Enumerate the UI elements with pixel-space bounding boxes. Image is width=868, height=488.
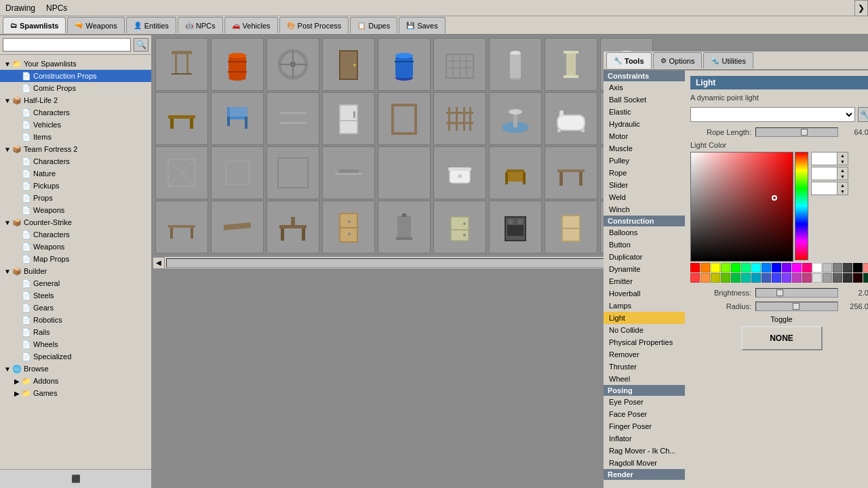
constraint-winch[interactable]: Winch <box>604 203 685 216</box>
color-swatch[interactable] <box>701 273 710 283</box>
color-swatch[interactable] <box>843 273 852 283</box>
sprite-wire-fence2[interactable] <box>211 146 264 199</box>
sprite-sink[interactable] <box>433 146 486 199</box>
color-swatch[interactable] <box>823 273 832 283</box>
tab-saves[interactable]: 💾 Saves <box>399 17 446 33</box>
menu-drawing[interactable]: Drawing <box>5 3 35 13</box>
constraint-balloons[interactable]: Balloons <box>604 226 685 239</box>
g-up-button[interactable]: ▲ <box>837 167 848 174</box>
tree-item-b-gears[interactable]: 📄 Gears <box>0 302 151 314</box>
sprite-door[interactable] <box>322 38 375 91</box>
constraint-wheel[interactable]: Wheel <box>604 373 685 385</box>
sprite-cabinet2[interactable] <box>433 201 486 253</box>
b-spinbox[interactable]: 255 ▲ ▼ <box>811 182 848 195</box>
sprite-table2[interactable] <box>155 201 208 253</box>
constraint-rope[interactable]: Rope <box>604 167 685 179</box>
posing-face[interactable]: Face Poser <box>604 408 685 420</box>
constraint-elastic[interactable]: Elastic <box>604 106 685 118</box>
light-preset-dropdown[interactable] <box>690 107 855 122</box>
tree-item-tf2-pickups[interactable]: 📄 Pickups <box>0 180 151 192</box>
color-swatch[interactable] <box>701 263 710 272</box>
toggle-builder[interactable]: ▼ <box>3 268 12 275</box>
r-input[interactable]: 255 <box>812 152 837 165</box>
color-swatch[interactable] <box>863 273 868 283</box>
tree-item-b-steels[interactable]: 📄 Steels <box>0 289 151 302</box>
constraint-physprops[interactable]: Physical Properties <box>604 336 685 348</box>
scroll-left[interactable]: ◀ <box>153 257 165 269</box>
color-swatch[interactable] <box>731 263 741 272</box>
tab-dupes[interactable]: 📋 Dupes <box>350 17 397 33</box>
sprite-wire-fence3[interactable] <box>267 146 319 199</box>
color-swatch[interactable] <box>782 263 791 272</box>
tab-npcs[interactable]: 🤖 NPCs <box>178 17 223 33</box>
tree-item-b-specialized[interactable]: 📄 Specialized <box>0 350 151 363</box>
tree-item-tf2-weapons[interactable]: 📄 Weapons <box>0 204 151 216</box>
sprite-bar[interactable] <box>322 146 375 199</box>
constraint-weld[interactable]: Weld <box>604 191 685 203</box>
toggle-spawnlists[interactable]: ▼ <box>3 60 12 68</box>
color-canvas[interactable] <box>690 152 793 262</box>
posing-eye[interactable]: Eye Poser <box>604 396 685 408</box>
color-swatch[interactable] <box>843 263 852 272</box>
constraint-ballsocket[interactable]: Ball Socket <box>604 94 685 106</box>
radius-slider[interactable] <box>755 302 838 311</box>
color-swatch[interactable] <box>751 263 761 272</box>
color-swatch[interactable] <box>751 273 761 283</box>
posing-ragmover[interactable]: Rag Mover - Ik Ch... <box>604 445 685 457</box>
color-swatch[interactable] <box>690 273 700 283</box>
tree-item-tf2-characters[interactable]: 📄 Characters <box>0 155 151 167</box>
b-up-button[interactable]: ▲ <box>837 182 848 188</box>
tree-item-b-rails[interactable]: 📄 Rails <box>0 326 151 338</box>
color-swatch[interactable] <box>853 263 863 272</box>
color-swatch[interactable] <box>762 273 771 283</box>
tree-item-comic-props[interactable]: 📄 Comic Props <box>0 82 151 94</box>
constraint-light[interactable]: Light <box>604 312 685 324</box>
constraint-slider[interactable]: Slider <box>604 179 685 191</box>
sprite-stool[interactable] <box>155 38 208 91</box>
toggle-browse[interactable]: ▼ <box>3 365 12 373</box>
constraint-hydraulic[interactable]: Hydraulic <box>604 118 685 130</box>
tree-item-tf2-props[interactable]: 📄 Props <box>0 192 151 204</box>
g-spinbox[interactable]: 255 ▲ ▼ <box>811 167 848 180</box>
none-button[interactable]: NONE <box>741 326 823 350</box>
sprite-bathtub[interactable] <box>545 92 597 145</box>
tab-entities[interactable]: 👤 Entities <box>126 17 176 33</box>
color-swatch[interactable] <box>690 263 700 272</box>
posing-ragdoll[interactable]: Ragdoll Mover <box>604 457 685 469</box>
sprite-chair[interactable] <box>211 92 264 145</box>
radius-thumb[interactable] <box>793 303 800 310</box>
tab-postprocess[interactable]: 🎨 Post Process <box>279 17 349 33</box>
tree-item-games[interactable]: ▶ 📁 Games <box>0 387 151 399</box>
sprite-wire-fence1[interactable] <box>155 146 208 199</box>
sprite-refrig[interactable] <box>322 92 375 145</box>
expand-button[interactable]: ❯ <box>854 0 868 16</box>
posing-finger[interactable]: Finger Poser <box>604 420 685 432</box>
posing-inflator[interactable]: Inflator <box>604 432 685 445</box>
color-swatch[interactable] <box>833 273 842 283</box>
sprite-cylinder[interactable] <box>489 38 542 91</box>
sprite-table3[interactable] <box>267 201 319 253</box>
color-swatch[interactable] <box>741 263 751 272</box>
constraint-motor[interactable]: Motor <box>604 130 685 142</box>
sprite-plank[interactable] <box>211 201 264 253</box>
sprite-cabinet3[interactable] <box>545 201 597 253</box>
sprite-table[interactable] <box>545 146 597 199</box>
color-swatch[interactable] <box>812 273 822 283</box>
constraint-emitter[interactable]: Emitter <box>604 275 685 287</box>
b-input[interactable]: 255 <box>812 182 837 195</box>
color-swatch[interactable] <box>812 263 822 272</box>
color-swatch[interactable] <box>731 273 741 283</box>
color-swatch[interactable] <box>762 263 771 272</box>
color-swatch[interactable] <box>823 263 832 272</box>
color-swatch[interactable] <box>772 273 781 283</box>
sprite-pillar[interactable] <box>545 38 597 91</box>
sprite-frame[interactable] <box>378 92 431 145</box>
wrench-button[interactable]: 🔧 <box>858 107 868 122</box>
constraint-axis[interactable]: Axis <box>604 81 685 94</box>
tab-utilities[interactable]: 🔩 Utilities <box>703 52 753 68</box>
tree-item-browse[interactable]: ▼ 🌐 Browse <box>0 363 151 375</box>
search-input[interactable] <box>3 38 131 52</box>
constraint-pulley[interactable]: Pulley <box>604 155 685 167</box>
color-swatch[interactable] <box>721 263 730 272</box>
color-swatch[interactable] <box>802 263 812 272</box>
